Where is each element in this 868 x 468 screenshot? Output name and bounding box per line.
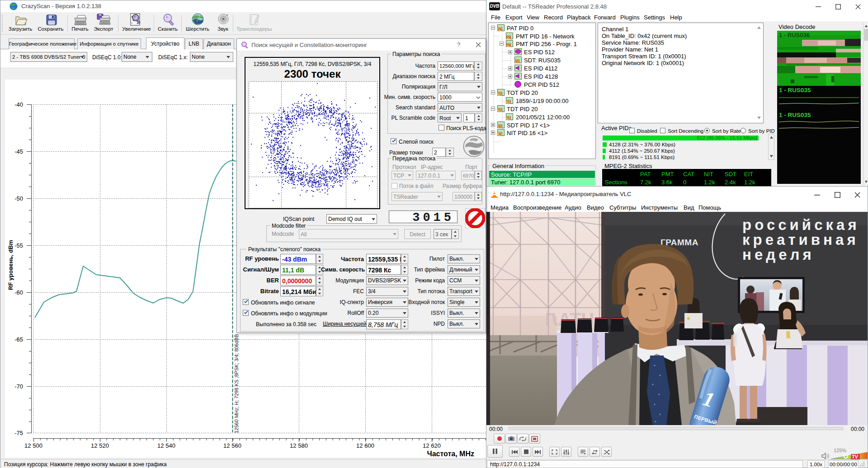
svg-text:российская: российская [742, 216, 860, 233]
svg-text:1 - RUS036: 1 - RUS036 [779, 32, 810, 38]
svg-text:1 - RUS035: 1 - RUS035 [779, 87, 811, 94]
svg-text:неделя: неделя [742, 246, 815, 263]
svg-text:креативная: креативная [742, 231, 859, 248]
svg-text:1 - RUS035: 1 - RUS035 [779, 112, 811, 118]
svg-text:TV: TV [852, 454, 859, 459]
